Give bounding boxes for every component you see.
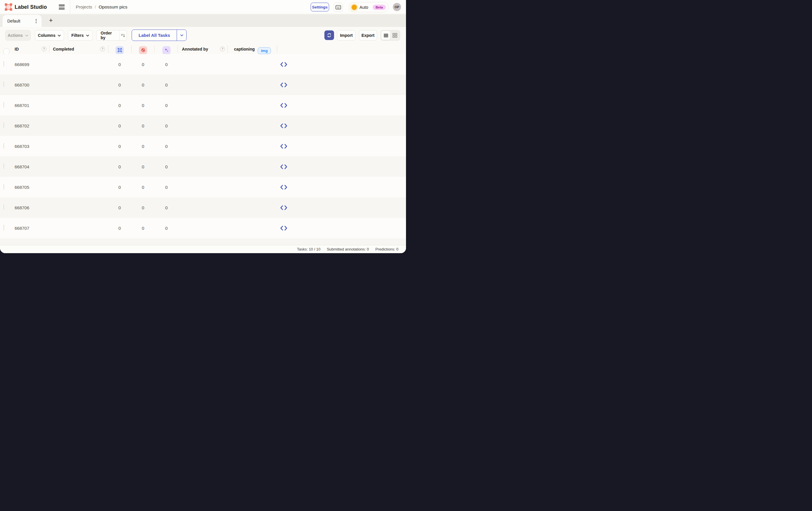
row-checkbox[interactable] — [3, 205, 4, 210]
cancelled-count: 0 — [132, 74, 154, 95]
settings-button[interactable]: Settings — [311, 3, 329, 11]
view-tabs-strip: Default + — [0, 14, 406, 27]
show-task-source-button[interactable] — [280, 74, 288, 95]
row-checkbox[interactable] — [3, 123, 4, 128]
tab-default[interactable]: Default — [3, 15, 41, 27]
show-task-source-button[interactable] — [280, 95, 288, 116]
add-view-button[interactable]: + — [47, 17, 55, 25]
grid-view-icon — [393, 33, 397, 38]
app-title: Label Studio — [14, 4, 47, 10]
table-row[interactable]: 668707 0 0 0 — [0, 218, 406, 238]
show-task-source-button[interactable] — [280, 136, 288, 156]
import-label: Import — [340, 33, 353, 38]
row-checkbox[interactable] — [3, 61, 4, 67]
code-brackets-icon — [280, 144, 288, 149]
order-by-label: Order by — [96, 31, 117, 40]
label-all-tasks-button[interactable]: Label All Tasks — [132, 30, 177, 41]
column-header-cancelled-annotations[interactable] — [139, 45, 147, 55]
auto-mode-toggle[interactable]: Auto Beta — [349, 2, 388, 12]
export-button[interactable]: Export — [359, 30, 377, 41]
predictions-count: 0 — [155, 95, 178, 116]
refresh-icon — [327, 33, 332, 38]
chevron-down-icon — [25, 34, 28, 36]
chevron-down-icon — [180, 34, 183, 36]
id-help-icon[interactable]: ? — [41, 44, 47, 54]
completed-help-icon[interactable]: ? — [100, 44, 105, 54]
label-all-tasks-split-button[interactable]: Label All Tasks — [132, 30, 186, 41]
beta-badge: Beta — [373, 5, 386, 10]
table-row[interactable]: 668704 0 0 0 — [0, 156, 406, 177]
predictions-count: 0 — [155, 54, 178, 74]
hamburger-menu-icon[interactable] — [59, 4, 65, 10]
row-checkbox[interactable] — [3, 143, 4, 149]
user-avatar[interactable]: OP — [393, 3, 401, 11]
predictions-count-total: Predictions: 0 — [375, 247, 398, 251]
sort-direction-icon[interactable] — [119, 30, 127, 40]
grid-view-button[interactable] — [390, 31, 399, 40]
cancelled-count: 0 — [132, 218, 154, 238]
table-row[interactable]: 668706 0 0 0 — [0, 197, 406, 218]
tab-options-kebab-icon[interactable] — [33, 19, 39, 24]
cancelled-count: 0 — [132, 177, 154, 197]
predictions-count: 0 — [155, 156, 178, 177]
app-logo[interactable]: Label Studio — [5, 3, 47, 11]
columns-button[interactable]: Columns — [35, 30, 64, 41]
column-header-annotated-by[interactable]: Annotated by — [182, 44, 208, 54]
show-task-source-button[interactable] — [280, 54, 288, 74]
annotations-count: 0 — [108, 177, 131, 197]
code-brackets-icon — [280, 103, 288, 108]
label-all-tasks-caret[interactable] — [177, 30, 186, 41]
table-row[interactable]: 668702 0 0 0 — [0, 116, 406, 136]
table-row[interactable]: 668700 0 0 0 — [0, 74, 406, 95]
annotations-icon — [116, 46, 124, 54]
row-checkbox[interactable] — [3, 102, 4, 108]
table-row[interactable]: 668701 0 0 0 — [0, 95, 406, 116]
task-id: 668700 — [14, 74, 29, 95]
annotated-by-help-icon[interactable]: ? — [220, 44, 225, 54]
show-task-source-button[interactable] — [280, 218, 288, 238]
table-row[interactable]: 668705 0 0 0 — [0, 177, 406, 197]
refresh-button[interactable] — [324, 30, 334, 40]
predictions-count: 0 — [155, 197, 178, 218]
table-row[interactable]: 668699 0 0 0 — [0, 54, 406, 74]
data-manager-toolbar: Actions Columns Filters Order by — [0, 27, 406, 44]
top-header: Label Studio Projects / Opossum pics Set… — [0, 0, 406, 14]
column-header-annotations[interactable] — [116, 45, 124, 55]
row-checkbox[interactable] — [3, 184, 4, 189]
code-brackets-icon — [280, 62, 288, 67]
table-row[interactable] — [0, 238, 406, 245]
keyboard-shortcuts-button[interactable] — [334, 3, 343, 12]
column-header-predictions[interactable] — [162, 45, 171, 55]
predictions-count: 0 — [155, 116, 178, 136]
code-brackets-icon — [280, 83, 288, 87]
row-checkbox[interactable] — [3, 164, 4, 169]
column-header-id[interactable]: ID — [14, 44, 19, 54]
show-task-source-button[interactable] — [280, 197, 288, 218]
breadcrumb-projects[interactable]: Projects — [76, 4, 92, 10]
code-brackets-icon — [280, 205, 288, 210]
column-header-captioning[interactable]: captioning — [234, 44, 255, 54]
show-task-source-button[interactable] — [280, 156, 288, 177]
show-task-source-button[interactable] — [280, 177, 288, 197]
annotations-count: 0 — [108, 197, 131, 218]
annotations-count: 0 — [108, 218, 131, 238]
annotations-count: 0 — [108, 54, 131, 74]
task-id: 668704 — [14, 156, 29, 177]
row-checkbox[interactable] — [3, 82, 4, 87]
show-task-source-button[interactable] — [280, 116, 288, 136]
column-header-completed[interactable]: Completed — [53, 44, 74, 54]
row-checkbox[interactable] — [3, 225, 4, 230]
submitted-annotations-count: Submitted annotations: 0 — [327, 247, 369, 251]
list-view-button[interactable] — [381, 31, 390, 40]
table-row[interactable]: 668703 0 0 0 — [0, 136, 406, 156]
import-button[interactable]: Import — [337, 30, 356, 41]
task-id: 668702 — [14, 116, 29, 136]
predictions-count: 0 — [155, 218, 178, 238]
cancelled-count: 0 — [132, 156, 154, 177]
order-by-button[interactable]: Order by — [96, 30, 127, 41]
annotations-count: 0 — [108, 95, 131, 116]
code-brackets-icon — [280, 226, 288, 231]
filters-button[interactable]: Filters — [68, 30, 93, 41]
status-bar: Tasks: 10 / 10 Submitted annotations: 0 … — [0, 245, 406, 253]
actions-button[interactable]: Actions — [5, 30, 31, 41]
